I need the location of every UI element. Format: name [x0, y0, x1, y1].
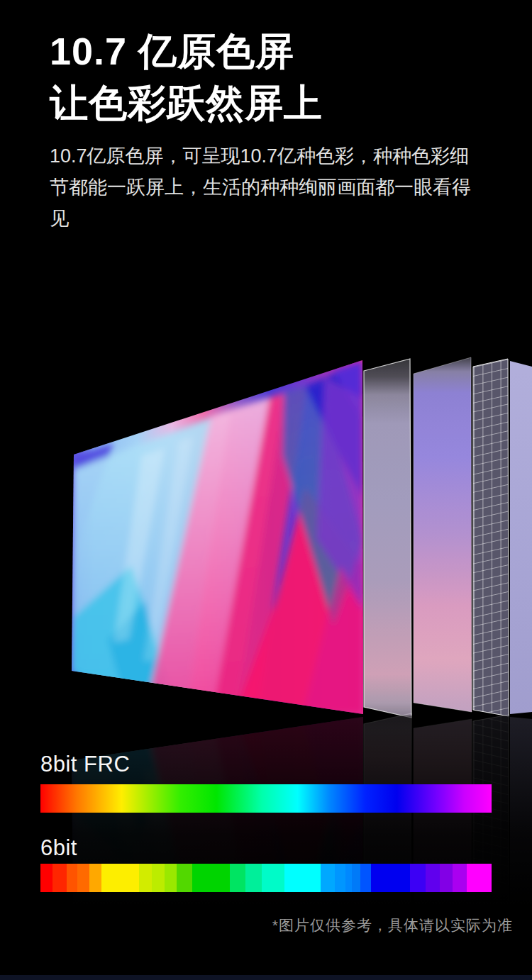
color-band	[245, 864, 262, 892]
screen-image-panel	[72, 360, 363, 714]
color-band	[230, 864, 245, 892]
color-band	[335, 864, 345, 892]
next-section-edge	[0, 975, 532, 980]
color-band	[284, 864, 321, 892]
color-band	[440, 864, 453, 892]
description-line: 见	[50, 203, 489, 234]
color-band	[426, 864, 440, 892]
color-band	[40, 864, 52, 892]
feature-description: 10.7亿原色屏，可呈现10.7亿种色彩，种种色彩细 节都能一跃屏上，生活的种种…	[50, 140, 489, 234]
disclaimer-text: *图片仅供参考，具体请以实际为准	[272, 915, 513, 935]
color-band	[321, 864, 335, 892]
color-band	[371, 864, 410, 892]
8bit-gradient-bar	[40, 784, 492, 813]
8bit-frc-label: 8bit FRC	[40, 752, 130, 777]
color-band	[410, 864, 426, 892]
color-band	[467, 864, 492, 892]
6bit-label: 6bit	[40, 835, 77, 861]
color-band	[139, 864, 152, 892]
description-line: 节都能一跃屏上，生活的种种绚丽画面都一眼看得	[50, 172, 489, 203]
color-band	[360, 864, 371, 892]
color-band	[152, 864, 165, 892]
description-line: 10.7亿原色屏，可呈现10.7亿种色彩，种种色彩细	[50, 140, 489, 172]
6bit-banded-bar	[40, 864, 492, 892]
color-band	[345, 864, 352, 892]
color-band	[192, 864, 230, 892]
color-band	[453, 864, 467, 892]
product-detail-section: 10.7 亿原色屏 让色彩跃然屏上 10.7亿原色屏，可呈现10.7亿种色彩，种…	[0, 0, 532, 980]
color-band	[165, 864, 177, 892]
pixel-grid-layer	[473, 359, 509, 716]
color-band	[262, 864, 285, 892]
lavender-diffuser-layer	[414, 357, 472, 712]
title-line-2: 让色彩跃然屏上	[50, 77, 323, 129]
backlight-panel	[510, 361, 532, 714]
color-band	[101, 864, 139, 892]
title-line-1: 10.7 亿原色屏	[50, 26, 323, 77]
color-band	[352, 864, 360, 892]
color-band	[67, 864, 77, 892]
page-title: 10.7 亿原色屏 让色彩跃然屏上	[50, 26, 323, 129]
color-band	[77, 864, 89, 892]
color-band	[52, 864, 67, 892]
color-band	[177, 864, 192, 892]
frosted-glass-layer	[364, 359, 411, 718]
color-band	[89, 864, 101, 892]
